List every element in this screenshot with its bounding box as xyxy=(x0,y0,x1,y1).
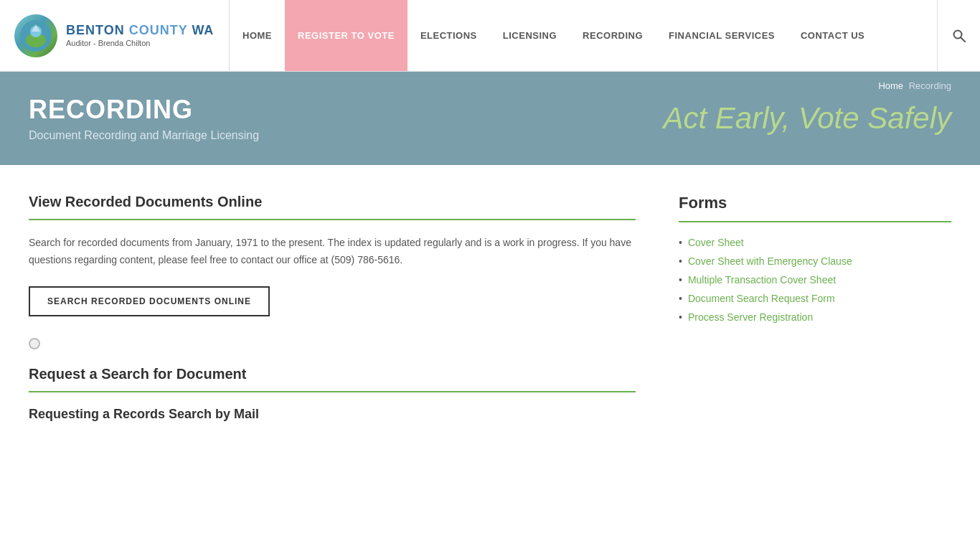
list-item: Process Server Registration xyxy=(679,311,951,323)
right-column: Forms Cover Sheet Cover Sheet with Emerg… xyxy=(679,194,951,428)
hero-left: RECORDING Document Recording and Marriag… xyxy=(29,95,259,142)
logo-icon xyxy=(14,14,57,57)
nav-home[interactable]: HOME xyxy=(230,0,285,71)
section-records-search-mail: Requesting a Records Search by Mail xyxy=(29,407,636,422)
logo-title: BENTON COUNTY WA xyxy=(66,24,214,38)
section-view-documents: View Recorded Documents Online Search fo… xyxy=(29,194,636,331)
section-request-search: Request a Search for Document xyxy=(29,366,636,392)
main-nav: HOME REGISTER TO VOTE ELECTIONS LICENSIN… xyxy=(230,0,980,71)
list-item: Cover Sheet with Emergency Clause xyxy=(679,255,951,267)
forms-divider xyxy=(679,221,951,222)
nav-licensing[interactable]: LICENSING xyxy=(490,0,570,71)
hero-tagline: Act Early, Vote Safely xyxy=(663,101,951,136)
search-button[interactable] xyxy=(937,0,980,71)
nav-recording[interactable]: RECORDING xyxy=(570,0,656,71)
section1-divider xyxy=(29,219,636,220)
site-header: BENTON COUNTY WA Auditor - Brenda Chilto… xyxy=(0,0,980,72)
breadcrumb: Home Recording xyxy=(878,80,951,91)
logo-subtitle: Auditor - Brenda Chilton xyxy=(66,39,214,47)
radio-indicator xyxy=(29,338,40,349)
forms-list: Cover Sheet Cover Sheet with Emergency C… xyxy=(679,237,951,323)
form-link-document-search[interactable]: Document Search Request Form xyxy=(688,293,835,304)
main-content: View Recorded Documents Online Search fo… xyxy=(0,165,980,442)
section1-text: Search for recorded documents from Janua… xyxy=(29,235,636,269)
list-item: Document Search Request Form xyxy=(679,293,951,304)
nav-contact-us[interactable]: CONTACT US xyxy=(788,0,877,71)
nav-register-to-vote[interactable]: REGISTER TO VOTE xyxy=(285,0,407,71)
logo-text: BENTON COUNTY WA Auditor - Brenda Chilto… xyxy=(66,24,214,48)
search-recorded-documents-button[interactable]: SEARCH RECORDED DOCUMENTS ONLINE xyxy=(29,286,270,316)
breadcrumb-home[interactable]: Home xyxy=(878,80,903,91)
list-item: Multiple Transaction Cover Sheet xyxy=(679,274,951,286)
form-link-cover-sheet-emergency[interactable]: Cover Sheet with Emergency Clause xyxy=(688,255,852,267)
hero-title: RECORDING xyxy=(29,95,259,125)
logo-area: BENTON COUNTY WA Auditor - Brenda Chilto… xyxy=(0,0,230,71)
svg-line-5 xyxy=(961,37,965,42)
section1-title: View Recorded Documents Online xyxy=(29,194,636,210)
breadcrumb-current: Recording xyxy=(909,80,951,91)
form-link-multiple-transaction[interactable]: Multiple Transaction Cover Sheet xyxy=(688,274,836,286)
hero-subtitle: Document Recording and Marriage Licensin… xyxy=(29,129,259,142)
nav-elections[interactable]: ELECTIONS xyxy=(407,0,490,71)
hero-right: Act Early, Vote Safely xyxy=(663,101,951,136)
section2-title: Request a Search for Document xyxy=(29,366,636,382)
list-item: Cover Sheet xyxy=(679,237,951,248)
nav-financial-services[interactable]: FINANCIAL SERVICES xyxy=(656,0,788,71)
section2-divider xyxy=(29,391,636,392)
form-link-cover-sheet[interactable]: Cover Sheet xyxy=(688,237,744,248)
form-link-process-server[interactable]: Process Server Registration xyxy=(688,311,813,323)
forms-title: Forms xyxy=(679,194,951,212)
left-column: View Recorded Documents Online Search fo… xyxy=(29,194,636,428)
hero-banner: RECORDING Document Recording and Marriag… xyxy=(0,72,980,165)
section3-title: Requesting a Records Search by Mail xyxy=(29,407,636,422)
